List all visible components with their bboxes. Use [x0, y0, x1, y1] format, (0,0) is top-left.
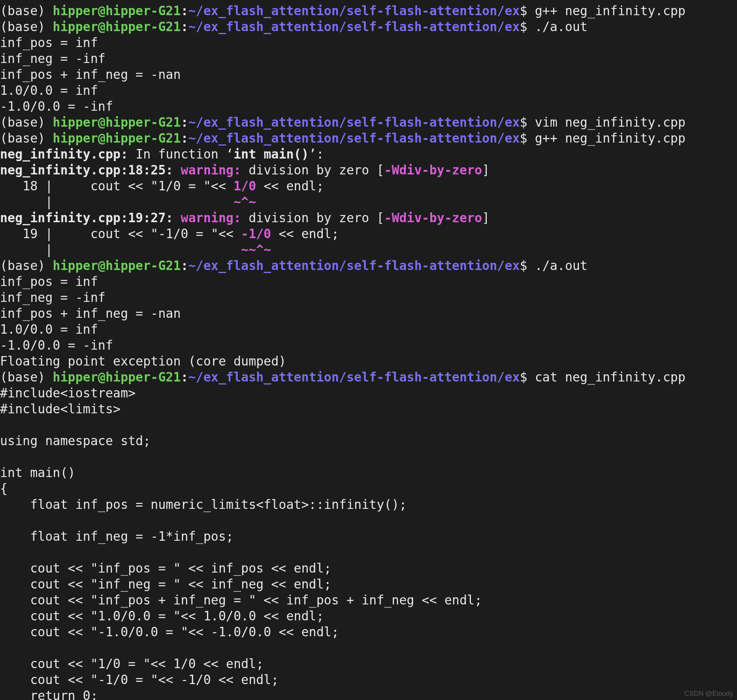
command-aout: ./a.out: [535, 258, 588, 273]
prompt-env: (base): [0, 19, 53, 34]
command-vim: vim neg_infinity.cpp: [535, 115, 685, 130]
prompt-path: ~/ex_flash_attention/self-flash-attentio…: [188, 19, 520, 34]
prompt-path: ~/ex_flash_attention/self-flash-attentio…: [188, 258, 520, 273]
warn-text: ’:: [309, 147, 324, 162]
command-cat: cat neg_infinity.cpp: [535, 370, 685, 385]
prompt-path: ~/ex_flash_attention/self-flash-attentio…: [188, 131, 520, 146]
output-line: inf_pos + inf_neg = -nan: [0, 306, 181, 321]
source-line: cout << "1/0 = "<< 1/0 << endl;: [0, 656, 263, 671]
prompt-env: (base): [0, 258, 53, 273]
output-line: Floating point exception (core dumped): [0, 354, 286, 369]
prompt-user: hipper@hipper-G21: [53, 131, 181, 146]
prompt-user: hipper@hipper-G21: [53, 258, 181, 273]
warn-caret: ~~^~: [241, 242, 271, 257]
prompt-env: (base): [0, 3, 53, 18]
prompt-user: hipper@hipper-G21: [53, 115, 181, 130]
output-line: inf_neg = -inf: [0, 290, 105, 305]
warn-code: 18 | cout << "1/0 = "<<: [0, 179, 234, 193]
warn-text: In function ‘: [128, 147, 234, 162]
warn-label: warning:: [181, 210, 249, 225]
warn-label: warning:: [181, 163, 249, 177]
output-line: -1.0/0.0 = -inf: [0, 99, 113, 114]
output-line: inf_pos + inf_neg = -nan: [0, 67, 181, 82]
source-line: float inf_neg = -1*inf_pos;: [0, 529, 234, 544]
prompt-path: ~/ex_flash_attention/self-flash-attentio…: [188, 115, 520, 130]
source-line: {: [0, 481, 8, 496]
output-line: 1.0/0.0 = inf: [0, 83, 98, 98]
warn-flag: -Wdiv-by-zero: [384, 163, 482, 177]
warn-code: << endl;: [256, 179, 324, 193]
warn-flag: -Wdiv-by-zero: [384, 210, 482, 225]
warn-caret-pad: |: [0, 195, 234, 209]
prompt-path: ~/ex_flash_attention/self-flash-attentio…: [188, 3, 520, 18]
command-gpp: g++ neg_infinity.cpp: [535, 131, 685, 146]
prompt-user: hipper@hipper-G21: [53, 3, 181, 18]
output-line: inf_pos = inf: [0, 274, 98, 289]
source-line: #include<limits>: [0, 402, 121, 416]
source-line: cout << "inf_pos + inf_neg = " << inf_po…: [0, 593, 482, 607]
watermark: CSDN @Eloudy: [684, 690, 733, 698]
warn-file: neg_infinity.cpp:: [0, 147, 128, 162]
source-line: using namespace std;: [0, 433, 151, 448]
prompt-user: hipper@hipper-G21: [53, 370, 181, 385]
prompt-dollar: $: [520, 258, 535, 273]
warn-expr: -1/0: [241, 226, 271, 241]
warn-msg: ]: [482, 163, 490, 177]
warn-code: << endl;: [271, 226, 339, 241]
source-line: float inf_pos = numeric_limits<float>::i…: [0, 497, 407, 512]
warn-loc: neg_infinity.cpp:19:27:: [0, 210, 181, 225]
prompt-dollar: $: [520, 3, 535, 18]
prompt-colon: :: [181, 370, 188, 385]
prompt-dollar: $: [520, 115, 535, 130]
warn-caret: ~^~: [234, 195, 256, 209]
warn-code: 19 | cout << "-1/0 = "<<: [0, 226, 241, 241]
prompt-env: (base): [0, 370, 53, 385]
warn-func: int main(): [234, 147, 309, 162]
prompt-colon: :: [181, 258, 188, 273]
prompt-env: (base): [0, 131, 53, 146]
output-line: inf_pos = inf: [0, 35, 98, 50]
prompt-path: ~/ex_flash_attention/self-flash-attentio…: [188, 370, 520, 385]
terminal-output[interactable]: (base) hipper@hipper-G21:~/ex_flash_atte…: [0, 0, 737, 700]
prompt-colon: :: [181, 131, 188, 146]
prompt-colon: :: [181, 115, 188, 130]
output-line: 1.0/0.0 = inf: [0, 322, 98, 337]
source-line: cout << "inf_neg = " << inf_neg << endl;: [0, 577, 331, 592]
prompt-dollar: $: [520, 370, 535, 385]
warn-expr: 1/0: [234, 179, 256, 193]
warn-msg: ]: [482, 210, 490, 225]
command-gpp: g++ neg_infinity.cpp: [535, 3, 685, 18]
output-line: inf_neg = -inf: [0, 51, 105, 66]
source-line: return 0;: [0, 688, 98, 700]
prompt-user: hipper@hipper-G21: [53, 19, 181, 34]
prompt-env: (base): [0, 115, 53, 130]
warn-msg: division by zero [: [249, 210, 384, 225]
source-line: cout << "-1.0/0.0 = "<< -1.0/0.0 << endl…: [0, 625, 339, 639]
source-line: cout << "1.0/0.0 = "<< 1.0/0.0 << endl;: [0, 609, 324, 623]
prompt-dollar: $: [520, 19, 535, 34]
prompt-colon: :: [181, 19, 188, 34]
source-line: cout << "-1/0 = "<< -1/0 << endl;: [0, 672, 279, 687]
warn-msg: division by zero [: [249, 163, 384, 177]
warn-loc: neg_infinity.cpp:18:25:: [0, 163, 181, 177]
prompt-colon: :: [181, 3, 188, 18]
output-line: -1.0/0.0 = -inf: [0, 338, 113, 353]
source-line: int main(): [0, 465, 75, 480]
warn-caret-pad: |: [0, 242, 241, 257]
prompt-dollar: $: [520, 131, 535, 146]
command-aout: ./a.out: [535, 19, 588, 34]
source-line: cout << "inf_pos = " << inf_pos << endl;: [0, 561, 331, 576]
source-line: #include<iostream>: [0, 386, 136, 400]
